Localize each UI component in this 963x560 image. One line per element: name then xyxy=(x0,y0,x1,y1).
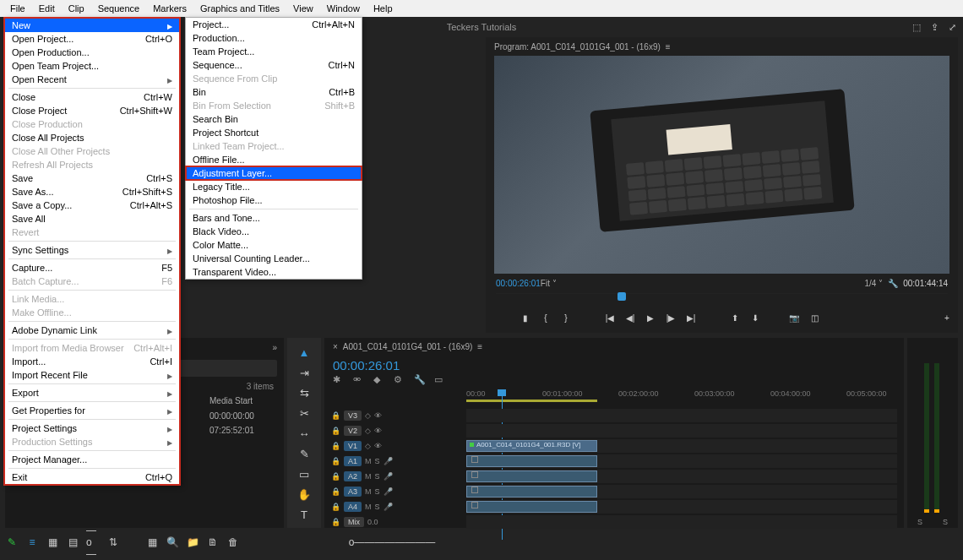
type-tool-icon[interactable]: T xyxy=(297,507,312,522)
menuitem-capture-[interactable]: Capture...F5 xyxy=(5,261,179,275)
menuitem-export[interactable]: Export xyxy=(5,386,179,400)
timeline-ruler[interactable]: 00:0000:01:00:0000:02:00:0000:03:00:0000… xyxy=(466,389,904,405)
menuitem-project-[interactable]: Project...Ctrl+Alt+N xyxy=(186,18,362,31)
work-area-bar[interactable] xyxy=(466,400,597,402)
step-back-icon[interactable]: ◀| xyxy=(624,312,636,323)
lock-icon[interactable]: 🔒 xyxy=(331,472,340,481)
extract-icon[interactable]: ⬇ xyxy=(749,312,761,323)
go-to-in-icon[interactable]: |◀ xyxy=(604,312,616,323)
ripple-tool-icon[interactable]: ⇆ xyxy=(297,385,312,400)
menu-edit[interactable]: Edit xyxy=(32,2,62,15)
mark-out-icon[interactable]: } xyxy=(560,312,572,323)
fx-badge[interactable] xyxy=(471,487,478,493)
menuitem-team-project-[interactable]: Team Project... xyxy=(186,45,362,58)
clip[interactable] xyxy=(466,470,597,482)
fx-badge[interactable] xyxy=(471,502,478,508)
solo-button[interactable]: S xyxy=(917,518,922,526)
menuitem-color-matte-[interactable]: Color Matte... xyxy=(186,238,362,252)
program-timecode-left[interactable]: 00:00:26:01 xyxy=(496,279,541,288)
track-lane[interactable]: A001_C014_0101G4_001.R3D [V] xyxy=(466,439,897,453)
lift-icon[interactable]: ⬆ xyxy=(729,312,741,323)
eye-icon[interactable]: 👁 xyxy=(374,427,382,435)
track-lane[interactable] xyxy=(466,409,897,422)
program-tab-label[interactable]: Program: A001_C014_0101G4_001 - (16x9) xyxy=(494,42,661,52)
track-tag[interactable]: A2 xyxy=(344,471,362,481)
new-item-icon[interactable]: 🗎 xyxy=(206,536,220,549)
menuitem-bin[interactable]: BinCtrl+B xyxy=(186,85,362,99)
menu-clip[interactable]: Clip xyxy=(62,2,91,15)
wrench-icon[interactable]: 🔧 xyxy=(888,279,898,288)
menuitem-sync-settings[interactable]: Sync Settings xyxy=(5,243,179,257)
sort-icon[interactable]: ⇅ xyxy=(106,536,120,549)
menuitem-project-shortcut[interactable]: Project Shortcut xyxy=(186,126,362,139)
new-bin-icon[interactable]: 📁 xyxy=(186,536,199,549)
menuitem-close-all-projects[interactable]: Close All Projects xyxy=(5,131,179,144)
clip[interactable]: A001_C014_0101G4_001.R3D [V] xyxy=(466,440,597,452)
menuitem-project-manager-[interactable]: Project Manager... xyxy=(5,453,179,466)
menuitem-import-[interactable]: Import...Ctrl+I xyxy=(5,355,179,368)
menuitem-close-project[interactable]: Close ProjectCtrl+Shift+W xyxy=(5,104,179,117)
menuitem-close[interactable]: CloseCtrl+W xyxy=(5,90,179,104)
lock-icon[interactable]: 🔒 xyxy=(331,411,340,420)
add-marker-icon[interactable]: ▮ xyxy=(520,312,531,323)
step-forward-icon[interactable]: |▶ xyxy=(665,312,677,323)
menuitem-save-as-[interactable]: Save As...Ctrl+Shift+S xyxy=(5,185,179,198)
fullscreen-icon[interactable]: ⤢ xyxy=(949,22,956,33)
program-fit-select[interactable]: Fit ˅ xyxy=(541,279,557,288)
list-view-icon[interactable]: ≡ xyxy=(25,536,39,549)
timeline-close-icon[interactable]: × xyxy=(333,342,338,351)
menuitem-production-[interactable]: Production... xyxy=(186,31,362,45)
auto-sequence-icon[interactable]: ▦ xyxy=(145,536,159,549)
menu-view[interactable]: View xyxy=(286,2,320,15)
clip[interactable] xyxy=(466,486,597,497)
share-icon[interactable]: ⇪ xyxy=(931,22,939,33)
menu-sequence[interactable]: Sequence xyxy=(91,2,147,15)
play-icon[interactable]: ▶ xyxy=(645,312,656,323)
eye-icon[interactable]: 👁 xyxy=(374,411,382,420)
marker-icon[interactable]: ◆ xyxy=(373,374,385,386)
menuitem-adobe-dynamic-link[interactable]: Adobe Dynamic Link xyxy=(5,323,179,337)
track-lane[interactable] xyxy=(466,485,897,498)
menu-markers[interactable]: Markers xyxy=(146,2,193,15)
track-lane[interactable] xyxy=(466,500,897,514)
export-frame-icon[interactable]: 📷 xyxy=(788,312,800,323)
menu-window[interactable]: Window xyxy=(320,2,367,15)
menuitem-open-project-[interactable]: Open Project...Ctrl+O xyxy=(5,32,179,46)
menu-help[interactable]: Help xyxy=(367,2,400,15)
rectangle-tool-icon[interactable]: ▭ xyxy=(297,466,312,481)
menuitem-sequence-[interactable]: Sequence...Ctrl+N xyxy=(186,58,362,72)
menuitem-photoshop-file-[interactable]: Photoshop File... xyxy=(186,193,362,207)
program-playhead[interactable] xyxy=(618,292,626,301)
pencil-icon[interactable]: ✎ xyxy=(5,536,19,549)
menuitem-offline-file-[interactable]: Offline File... xyxy=(186,153,362,166)
clip[interactable] xyxy=(466,501,597,513)
hand-tool-icon[interactable]: ✋ xyxy=(297,487,312,502)
freeform-view-icon[interactable]: ▤ xyxy=(66,536,79,549)
track-tag[interactable]: V3 xyxy=(344,410,362,421)
timeline-timecode[interactable]: 00:00:26:01 xyxy=(324,355,904,374)
panel-menu-icon[interactable]: ≡ xyxy=(477,342,482,351)
track-tag[interactable]: A1 xyxy=(344,456,362,466)
program-scrubber[interactable] xyxy=(496,293,948,308)
solo-button[interactable]: S xyxy=(943,518,948,526)
fx-badge[interactable] xyxy=(471,471,478,478)
track-lane[interactable] xyxy=(466,454,897,468)
lock-icon[interactable]: 🔒 xyxy=(331,457,340,465)
panel-menu-icon[interactable]: ≡ xyxy=(666,42,671,52)
program-viewer[interactable] xyxy=(494,56,949,274)
mic-icon[interactable]: 🎤 xyxy=(384,487,393,496)
track-tag[interactable]: V2 xyxy=(344,426,362,436)
eye-icon[interactable]: 👁 xyxy=(374,442,382,450)
mark-in-icon[interactable]: { xyxy=(540,312,552,323)
menuitem-universal-counting-leader-[interactable]: Universal Counting Leader... xyxy=(186,252,362,265)
menuitem-search-bin[interactable]: Search Bin xyxy=(186,112,362,126)
snap-icon[interactable]: ✱ xyxy=(333,374,345,386)
icon-view-icon[interactable]: ▦ xyxy=(46,536,59,549)
menuitem-save-all[interactable]: Save All xyxy=(5,212,179,226)
menuitem-black-video-[interactable]: Black Video... xyxy=(186,225,362,238)
panel-collapse-icon[interactable]: » xyxy=(272,343,277,352)
menuitem-save-a-copy-[interactable]: Save a Copy...Ctrl+Alt+S xyxy=(5,198,179,212)
menuitem-project-settings[interactable]: Project Settings xyxy=(5,421,179,435)
clip[interactable] xyxy=(466,455,597,467)
selection-tool-icon[interactable]: ▲ xyxy=(297,345,312,360)
